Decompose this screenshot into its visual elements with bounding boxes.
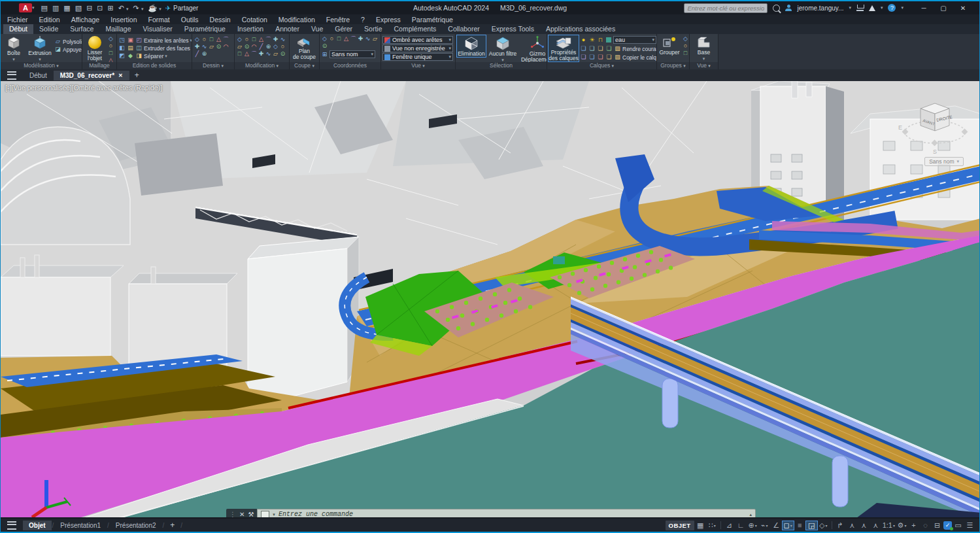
user-name[interactable]: jerome.tanguy...: [797, 5, 843, 12]
file-tab-start[interactable]: Début: [23, 71, 54, 80]
command-customize-wrench-icon[interactable]: ⚒: [248, 511, 254, 517]
command-expand-icon[interactable]: ▴: [749, 512, 752, 517]
save-icon[interactable]: ▦: [63, 4, 70, 12]
layer-unlock-icon[interactable]: ⊓: [597, 37, 604, 44]
tool-icon[interactable]: ▱: [208, 43, 215, 50]
scale-value[interactable]: 1:1▾: [882, 521, 896, 529]
separate-button[interactable]: ◩◆◨ Séparer ▾: [118, 52, 192, 60]
panel-title-groupes[interactable]: Groupes ▾: [657, 62, 689, 69]
new-layout-button[interactable]: +: [165, 521, 180, 530]
plot-icon[interactable]: ⊟: [86, 4, 92, 12]
compass-east-label[interactable]: E: [898, 124, 902, 131]
tool-icon[interactable]: ⊙: [215, 43, 222, 50]
panel-title-coordonnees[interactable]: Coordonnées: [320, 62, 380, 69]
tool-icon[interactable]: ╱: [194, 50, 201, 58]
dynamic-ucs-icon[interactable]: ↱: [835, 521, 846, 530]
viewcube-view-pill[interactable]: Sans nom ▾: [924, 157, 964, 166]
gizmo-button[interactable]: Gizmo Déplacement: [520, 35, 547, 62]
tool-icon[interactable]: ◇: [107, 35, 114, 43]
tool-icon[interactable]: □: [208, 36, 215, 43]
command-input[interactable]: ▾ Entrez une commande ▴: [257, 509, 756, 517]
tool-icon[interactable]: ✚: [194, 43, 201, 50]
culling-button[interactable]: Elimination: [457, 35, 486, 57]
file-tab-menu-icon[interactable]: [7, 71, 16, 80]
command-bar-grip[interactable]: ⋮ ✕ ⚒: [226, 509, 257, 517]
layout-tab-présentation1[interactable]: Présentation1: [54, 521, 107, 530]
ucs-world-icon[interactable]: ⊞: [321, 51, 328, 58]
tool-icon[interactable]: ⌒: [350, 35, 357, 43]
tool-icon[interactable]: ◠: [222, 43, 229, 50]
make-current-button[interactable]: Rendre courant: [622, 46, 656, 52]
annotation-visibility-icon[interactable]: ⋏: [847, 521, 858, 530]
tool-icon[interactable]: □: [682, 50, 689, 57]
ribbon-tab[interactable]: Express Tools: [486, 24, 540, 34]
status-plus-icon[interactable]: +: [908, 521, 919, 529]
menu-item[interactable]: Dessin: [210, 16, 231, 24]
section-plane-button[interactable]: Plan de coupe: [291, 35, 318, 60]
ribbon-tab[interactable]: Paramétrique: [178, 24, 231, 34]
share-button[interactable]: ✈ Partager: [165, 5, 199, 12]
menu-item[interactable]: Cotation: [242, 16, 267, 24]
menu-item[interactable]: Format: [148, 16, 170, 24]
ribbon-tab[interactable]: Gérer: [329, 24, 358, 34]
customize-icon[interactable]: ☰: [964, 521, 975, 530]
user-avatar-icon[interactable]: [785, 5, 792, 11]
undo-icon[interactable]: ↶ ▾: [118, 4, 129, 12]
extrude-faces-button[interactable]: ◧▤◫ Extruder des faces ▾: [118, 44, 192, 52]
tool-icon[interactable]: ⊕: [265, 43, 272, 50]
isolate-objects-icon[interactable]: ◌: [920, 521, 931, 529]
ribbon-tab[interactable]: Insertion: [231, 24, 269, 34]
save-as-icon[interactable]: ▧: [75, 4, 82, 12]
new-drawing-tab-button[interactable]: +: [129, 71, 144, 80]
menu-item[interactable]: Insertion: [110, 16, 137, 24]
tool-icon[interactable]: ∿: [364, 35, 371, 43]
ribbon-tab[interactable]: Maillage: [99, 24, 137, 34]
layout-menu-icon[interactable]: [7, 521, 16, 530]
new-file-icon[interactable]: ▤: [41, 4, 48, 12]
tool-icon[interactable]: □: [250, 36, 258, 43]
ortho-icon[interactable]: ∟: [735, 521, 747, 529]
ribbon-tab[interactable]: Surface: [64, 24, 99, 34]
ribbon-tab[interactable]: Solide: [33, 24, 64, 34]
search-icon[interactable]: [773, 5, 780, 12]
menu-item[interactable]: Outils: [181, 16, 199, 24]
tool-icon[interactable]: ◇: [236, 36, 243, 43]
tool-icon[interactable]: ▱: [236, 43, 243, 50]
tool-icon[interactable]: ◠: [250, 43, 258, 50]
trusted-shield-icon[interactable]: ✓: [943, 521, 952, 530]
tool-icon[interactable]: ◇: [321, 35, 328, 43]
tool-icon[interactable]: ○: [279, 43, 286, 50]
tool-icon[interactable]: ✚: [272, 36, 279, 43]
viewport-canvas[interactable]: [1, 81, 979, 517]
tool-icon[interactable]: ⊙: [321, 43, 328, 50]
panel-title-vue-base[interactable]: Vue ▾: [690, 62, 718, 69]
layout-tab-présentation2[interactable]: Présentation2: [110, 521, 162, 530]
named-view-dropdown[interactable]: Vue non enregistrée ▾: [382, 44, 453, 52]
layout-tab-objet[interactable]: Objet: [23, 521, 52, 530]
infer-constraints-icon[interactable]: ⊿: [724, 521, 735, 530]
ribbon-tab[interactable]: Sortie: [358, 24, 388, 34]
otrack-icon[interactable]: ∠: [771, 521, 782, 530]
app-menu-button[interactable]: A: [19, 3, 32, 12]
copy-layer-button[interactable]: Copier le calque: [622, 54, 656, 61]
tool-icon[interactable]: △: [258, 36, 265, 43]
menu-item[interactable]: ?: [361, 16, 365, 24]
maximize-button[interactable]: ▢: [934, 5, 953, 12]
tool-icon[interactable]: ◇: [194, 36, 201, 43]
command-bar[interactable]: ⋮ ✕ ⚒ ▾ Entrez une commande ▴: [226, 509, 756, 517]
tool-icon[interactable]: ○: [682, 43, 689, 50]
print-icon[interactable]: ⊞: [108, 4, 114, 12]
tool-icon[interactable]: ◇: [682, 35, 689, 43]
presspull-button[interactable]: ◪ Appuyer/tirer: [54, 46, 82, 53]
grid-icon[interactable]: ▦: [695, 521, 706, 530]
tool-icon[interactable]: ∿: [265, 50, 272, 58]
tool-icon[interactable]: ⊙: [279, 50, 286, 58]
help-icon[interactable]: ?: [888, 4, 896, 12]
osnap-3d-icon[interactable]: ◇▾: [818, 521, 829, 530]
ribbon-tab[interactable]: Début: [3, 24, 33, 34]
menu-item[interactable]: Modification: [279, 16, 315, 24]
snap-icon[interactable]: ∷▾: [707, 521, 718, 530]
workspace-gear-icon[interactable]: ⚙▾: [896, 521, 907, 530]
annotation-scale-icon[interactable]: ⋏: [870, 521, 881, 530]
tool-icon[interactable]: ▱: [272, 50, 279, 58]
